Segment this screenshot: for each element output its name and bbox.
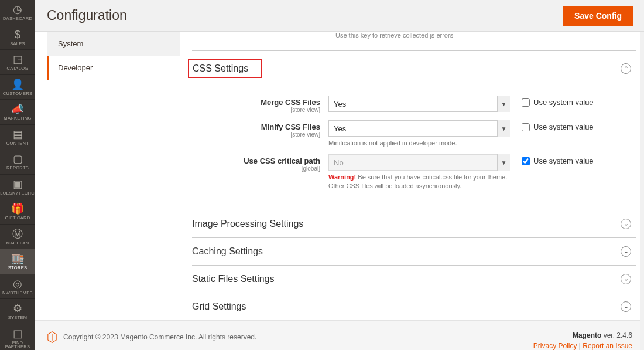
use-system-merge-checkbox[interactable] [522,98,530,107]
magefan-icon: Ⓜ [12,229,23,239]
use-system-minify-checkbox[interactable] [522,123,530,131]
customers-icon: 👤 [11,79,24,90]
footer-left: Copyright © 2023 Magento Commerce Inc. A… [47,331,256,343]
section-grid: Grid Settings ⌄ [192,293,636,320]
nav-blueskytechco[interactable]: ▣ BLUESKYTECHCO [0,175,35,200]
section-image-processing: Image Processing Settings ⌄ [192,210,636,237]
marketing-icon: 📣 [11,104,24,114]
findpartners-icon: ◫ [13,328,23,339]
content-icon: ▤ [13,129,23,140]
nav-label: NWDTHEMES [2,291,33,295]
critical-note: Warning! Be sure that you have critical.… [328,173,510,190]
nav-magefan[interactable]: Ⓜ MAGEFAN [0,225,35,250]
field-scope: [store view] [192,107,320,113]
nav-customers[interactable]: 👤 CUSTOMERS [0,75,35,100]
merge-css-select-wrap: Yes ▼ [328,96,510,112]
copyright-text: Copyright © 2023 Magento Commerce Inc. A… [63,333,256,341]
merge-css-select[interactable]: Yes [328,96,510,112]
critical-path-select: No [328,154,510,171]
use-system-label: Use system value [533,157,594,165]
expand-icon: ⌄ [621,219,631,229]
giftcard-icon: 🎁 [11,203,24,214]
section-header-static[interactable]: Static Files Settings ⌄ [192,266,636,293]
section-title: Image Processing Settings [192,219,303,229]
nwdthemes-icon: ◎ [13,278,22,289]
nav-dashboard[interactable]: ◷ DASHBOARD [0,0,35,25]
reports-icon: ▢ [13,154,23,164]
sales-icon: $ [15,29,20,40]
section-header-css[interactable]: CSS Settings ⌃ [192,51,636,86]
collapse-icon: ⌃ [621,63,631,74]
nav-label: REPORTS [6,166,29,171]
nav-nwdthemes[interactable]: ◎ NWDTHEMES [0,274,35,300]
nav-giftcard[interactable]: 🎁 GIFT CARD [0,199,35,225]
use-system-critical-checkbox[interactable] [522,157,530,165]
critical-path-select-wrap: No ▼ [328,154,510,171]
report-issue-link[interactable]: Report an Issue [583,342,632,350]
config-form-panel: Use this key to retrieve collected js er… [192,32,636,320]
nav-system[interactable]: ⚙ SYSTEM [0,299,35,324]
nav-label: FIND PARTNERS [1,341,34,349]
field-label: Merge CSS Files [261,98,320,107]
nav-label: DASHBOARD [3,16,32,21]
scrollbar-track[interactable]: ▲ [640,0,644,350]
topbar: Configuration Save Config [35,0,644,32]
footer-separator: | [577,342,583,350]
section-header-caching[interactable]: Caching Settings ⌄ [192,238,636,265]
nav-label: STORES [8,266,28,270]
section-caching: Caching Settings ⌄ [192,237,636,265]
nav-sales[interactable]: $ SALES [0,25,35,50]
nav-label: CATALOG [7,66,29,71]
privacy-policy-link[interactable]: Privacy Policy [533,342,577,350]
dashboard-icon: ◷ [13,4,22,15]
tab-developer[interactable]: Developer [47,56,180,80]
section-title-css: CSS Settings [188,59,262,78]
use-system-minify[interactable]: Use system value [510,120,598,131]
nav-stores[interactable]: 🏬 STORES [0,249,35,274]
section-title: Grid Settings [192,301,246,312]
field-minify-css: Minify CSS Files [store view] Yes ▼ [192,117,636,151]
section-header-image[interactable]: Image Processing Settings ⌄ [192,210,636,237]
admin-sidebar: ◷ DASHBOARD $ SALES ◳ CATALOG 👤 CUSTOMER… [0,0,35,350]
catalog-icon: ◳ [13,54,23,64]
nav-findpartners[interactable]: ◫ FIND PARTNERS [0,324,35,351]
tab-system[interactable]: System [47,32,180,56]
minify-css-select-wrap: Yes ▼ [328,120,510,137]
nav-catalog[interactable]: ◳ CATALOG [0,50,35,75]
warning-prefix: Warning! [328,174,356,181]
nav-label: SYSTEM [8,315,28,320]
nav-content[interactable]: ▤ CONTENT [0,125,35,150]
config-tabs-panel: System Developer [47,32,180,320]
system-icon: ⚙ [13,303,22,314]
main-panel: Configuration Save Config System Develop… [35,0,644,350]
section-header-grid[interactable]: Grid Settings ⌄ [192,293,636,320]
footer-version: ver. 2.4.6 [601,331,632,339]
nav-label: SALES [10,42,25,46]
magento-logo-icon [47,331,57,343]
field-merge-css: Merge CSS Files [store view] Yes ▼ [192,92,636,117]
expand-icon: ⌄ [621,301,631,312]
use-system-merge[interactable]: Use system value [510,96,598,107]
nav-label: BLUESKYTECHCO [0,191,38,196]
section-title: Static Files Settings [192,274,275,284]
nav-reports[interactable]: ▢ REPORTS [0,149,35,175]
expand-icon: ⌄ [621,274,631,284]
page-footer: Copyright © 2023 Magento Commerce Inc. A… [35,320,644,350]
section-title: Caching Settings [192,246,263,257]
save-config-button[interactable]: Save Config [563,6,633,26]
blueskytechco-icon: ▣ [13,179,23,189]
nav-label: GIFT CARD [5,216,30,220]
field-scope: [global] [192,165,320,172]
field-scope: [store view] [192,131,320,138]
page-title: Configuration [47,8,127,23]
section-body-css: Merge CSS Files [store view] Yes ▼ [192,86,636,204]
use-system-label: Use system value [533,123,594,131]
minify-css-select[interactable]: Yes [328,120,510,137]
nav-label: CONTENT [6,141,29,146]
nav-label: MARKETING [4,116,31,121]
use-system-critical[interactable]: Use system value [510,154,598,165]
use-system-label: Use system value [533,98,594,107]
footer-right: Magento ver. 2.4.6 Privacy Policy | Repo… [533,331,632,350]
nav-marketing[interactable]: 📣 MARKETING [0,100,35,125]
field-critical-path: Use CSS critical path [global] No ▼ [192,151,636,193]
